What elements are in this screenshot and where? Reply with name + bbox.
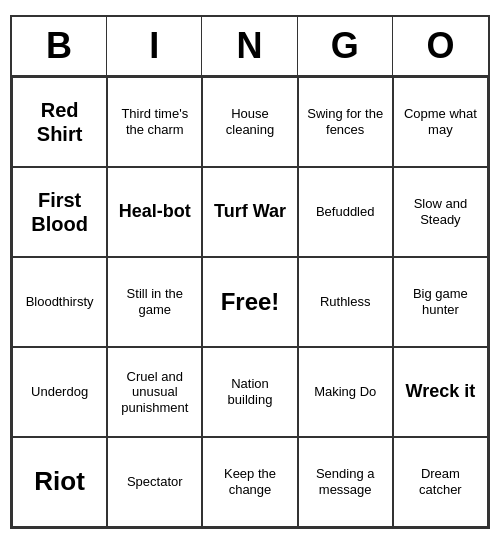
bingo-cell-22: Keep the change [202, 437, 297, 527]
bingo-cell-14: Big game hunter [393, 257, 488, 347]
bingo-cell-8: Befuddled [298, 167, 393, 257]
bingo-cell-20: Riot [12, 437, 107, 527]
bingo-cell-13: Ruthless [298, 257, 393, 347]
bingo-cell-16: Cruel and unusual punishment [107, 347, 202, 437]
bingo-cell-18: Making Do [298, 347, 393, 437]
bingo-cell-6: Heal-bot [107, 167, 202, 257]
bingo-header: BINGO [12, 17, 488, 77]
bingo-cell-7: Turf War [202, 167, 297, 257]
bingo-card: BINGO Red ShirtThird time's the charmHou… [10, 15, 490, 529]
bingo-cell-23: Sending a message [298, 437, 393, 527]
header-letter-b: B [12, 17, 107, 75]
bingo-cell-11: Still in the game [107, 257, 202, 347]
bingo-cell-12: Free! [202, 257, 297, 347]
bingo-grid: Red ShirtThird time's the charmHouse cle… [12, 77, 488, 527]
header-letter-g: G [298, 17, 393, 75]
bingo-cell-3: Swing for the fences [298, 77, 393, 167]
bingo-cell-0: Red Shirt [12, 77, 107, 167]
bingo-cell-10: Bloodthirsty [12, 257, 107, 347]
bingo-cell-9: Slow and Steady [393, 167, 488, 257]
bingo-cell-17: Nation building [202, 347, 297, 437]
header-letter-o: O [393, 17, 488, 75]
bingo-cell-2: House cleaning [202, 77, 297, 167]
bingo-cell-19: Wreck it [393, 347, 488, 437]
header-letter-i: I [107, 17, 202, 75]
bingo-cell-1: Third time's the charm [107, 77, 202, 167]
bingo-cell-24: Dream catcher [393, 437, 488, 527]
bingo-cell-21: Spectator [107, 437, 202, 527]
bingo-cell-15: Underdog [12, 347, 107, 437]
bingo-cell-4: Copme what may [393, 77, 488, 167]
bingo-cell-5: First Blood [12, 167, 107, 257]
header-letter-n: N [202, 17, 297, 75]
